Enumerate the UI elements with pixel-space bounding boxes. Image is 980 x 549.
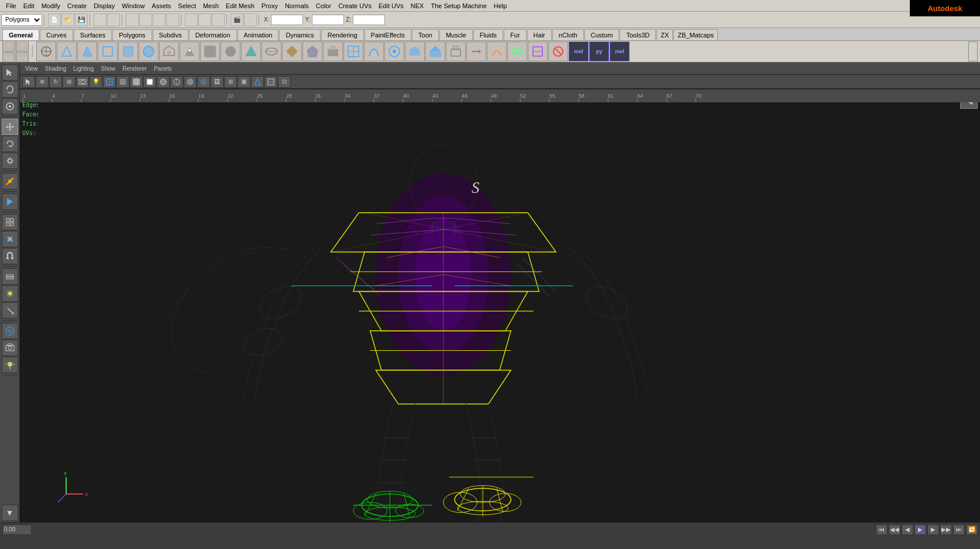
menu-edit[interactable]: Edit [20,1,38,11]
vp-tb-rotate[interactable]: ↻ [49,76,62,88]
shelf-icon-19[interactable] [405,42,425,61]
paint-select-side[interactable] [2,98,18,115]
shelf-icon-20[interactable] [425,42,445,61]
shelf-tab-surfaces[interactable]: Surfaces [74,29,112,40]
vp-tb-outline[interactable] [157,76,170,88]
vp-tb-scale[interactable]: ⊞ [63,76,75,88]
shelf-tab-subdivs[interactable]: Subdivs [153,29,188,40]
snap-side[interactable] [2,231,18,247]
shelf-tab-animation[interactable]: Animation [238,29,279,40]
shelf-icon-8[interactable] [180,42,200,61]
shelf-nts-btn[interactable]: NtS [2,52,15,64]
menu-assets[interactable]: Assets [148,1,174,11]
vp-tb-isolate[interactable]: ⊡ [278,76,291,88]
vp-menu-shading[interactable]: Shading [42,65,70,72]
menu-display[interactable]: Display [90,1,118,11]
snap-curve-button[interactable]: ⌒ [198,13,211,26]
menu-mesh[interactable]: Mesh [200,1,222,11]
shelf-his-btn[interactable]: His [2,41,15,51]
transport-loop-btn[interactable]: 🔁 [966,524,978,535]
menu-modify[interactable]: Modify [38,1,64,11]
shelf-tab-fur[interactable]: Fur [504,29,527,40]
vp-tb-texture[interactable]: 🖼 [211,76,223,88]
scale-tool-button[interactable]: ⊞ [166,13,179,26]
shelf-tab-general[interactable]: General [2,29,39,40]
shelf-tab-toon[interactable]: Toon [412,29,439,40]
shelf-tab-ncloth[interactable]: nCloth [552,29,584,40]
shelf-icon-17[interactable] [364,42,384,61]
shelf-icon-14[interactable] [302,42,322,61]
transport-prev-frame-btn[interactable]: ◀◀ [889,524,900,535]
soft-select-side[interactable] [2,323,18,339]
show-manipulator-side[interactable] [2,173,18,189]
menu-window[interactable]: Window [118,1,148,11]
shelf-icon-11[interactable] [241,42,261,61]
coord-z-input[interactable] [353,15,385,25]
shelf-tab-curves[interactable]: Curves [40,29,73,40]
shelf-cp-btn[interactable]: CP [16,41,29,51]
open-scene-button[interactable]: 📂 [61,13,74,26]
select-tool-button[interactable]: ✚ [126,13,139,26]
menu-edit-mesh[interactable]: Edit Mesh [222,1,258,11]
vp-tb-shade-wire[interactable] [184,76,197,88]
magnet-side[interactable] [2,248,18,264]
vp-tb-xray[interactable] [197,76,210,88]
sidebar-expand-btn[interactable]: ▼ [2,505,18,521]
vp-menu-view[interactable]: View [22,65,41,72]
shelf-tab-tools3d[interactable]: Tools3D [620,29,656,40]
menu-nex[interactable]: NEX [407,1,428,11]
shelf-icon-1[interactable] [36,42,56,61]
shelf-icon-18[interactable] [384,42,404,61]
lasso-tool-side[interactable] [2,81,18,98]
render-side[interactable] [2,194,18,210]
shelf-tab-rendering[interactable]: Rendering [321,29,364,40]
shelf-icon-7[interactable] [159,42,179,61]
mode-select[interactable]: Polygons Surfaces Dynamics Rendering Ani… [1,14,42,26]
shelf-icon-2[interactable] [57,42,77,61]
move-tool-button[interactable]: ↕ [139,13,152,26]
transport-end-btn[interactable]: ⏭ [953,524,965,535]
camera-side[interactable] [2,340,18,356]
shelf-tab-muscle[interactable]: Muscle [439,29,473,40]
shelf-scroll-right[interactable]: ◀ [968,42,978,61]
vp-tb-wireframe[interactable] [103,76,116,88]
shelf-icon-6[interactable] [139,42,159,61]
shelf-icon-16[interactable] [343,42,363,61]
brush-side[interactable] [2,302,18,319]
shelf-tab-zx[interactable]: ZX [656,29,673,40]
vp-tb-move[interactable]: ⊕ [36,76,49,88]
transport-step-back-btn[interactable]: ◀ [902,524,913,535]
shelf-icon-22[interactable] [466,42,486,61]
vp-tb-smooth[interactable] [130,76,143,88]
move-tool-side[interactable] [2,119,18,135]
menu-setup-machine[interactable]: The Setup Machine [427,1,490,11]
rotate-tool-button[interactable]: ↻ [153,13,166,26]
new-scene-button[interactable]: 📄 [48,13,61,26]
redo-button[interactable]: ↪ [107,13,120,26]
vp-tb-uvs[interactable] [264,76,277,88]
shelf-icon-5[interactable] [118,42,138,61]
undo-button[interactable]: ↩ [94,13,106,26]
shelf-icon-25[interactable] [528,42,548,61]
menu-file[interactable]: File [2,1,20,11]
vp-tb-select[interactable] [22,76,35,88]
rotate-tool-side[interactable] [2,136,18,152]
shelf-icon-13[interactable] [282,42,302,61]
shelf-icon-21[interactable] [446,42,466,61]
coord-x-input[interactable] [271,15,303,25]
menu-edit-uvs[interactable]: Edit UVs [375,1,407,11]
menu-help[interactable]: Help [490,1,511,11]
shelf-tab-fluids[interactable]: Fluids [473,29,503,40]
snap-grid-button[interactable]: ⊡ [185,13,198,26]
shelf-icon-4[interactable] [98,42,118,61]
menu-select[interactable]: Select [174,1,200,11]
vp-menu-renderer[interactable]: Renderer [119,65,150,72]
grid-side[interactable] [2,214,18,230]
shelf-tab-dynamics[interactable]: Dynamics [279,29,320,40]
shelf-icon-mel1[interactable]: mel [569,42,589,61]
snap-point-button[interactable]: ◎ [212,13,225,26]
scale-tool-side[interactable] [2,153,18,169]
menu-create[interactable]: Create [64,1,90,11]
vp-tb-wire2[interactable] [170,76,183,88]
time-input[interactable] [2,524,32,535]
